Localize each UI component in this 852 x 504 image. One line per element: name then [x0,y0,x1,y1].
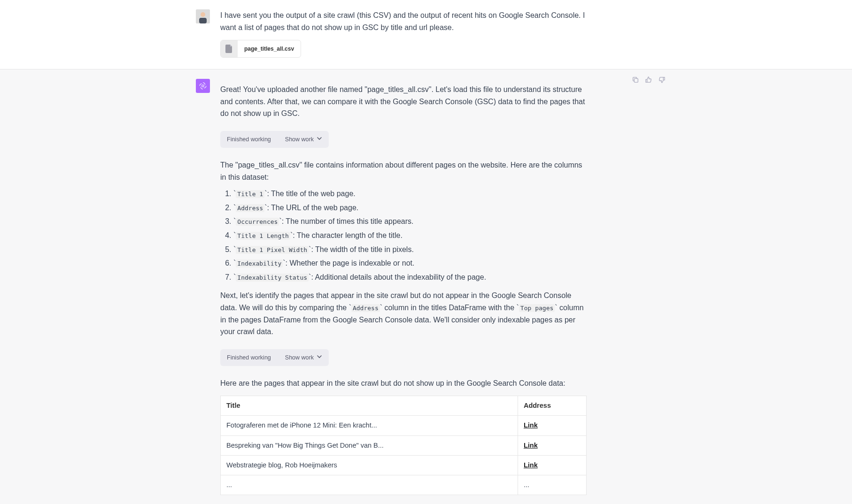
table-header-title: Title [221,396,518,416]
result-link[interactable]: Link [524,442,538,449]
user-avatar [196,9,210,23]
user-message-row: I have sent you the output of a site cra… [0,0,852,69]
table-row: ... ... [221,475,587,495]
message-actions [632,75,666,87]
list-item: `Occurrences`: The number of times this … [233,215,587,228]
result-link[interactable]: Link [524,461,538,469]
table-row: Bespreking van "How Big Things Get Done"… [221,435,587,455]
attachment-chip[interactable]: page_titles_all.csv [220,40,301,58]
svg-rect-4 [634,79,638,83]
table-header-address: Address [518,396,586,416]
show-work-toggle[interactable]: Show work [285,135,322,144]
results-table: Title Address Fotograferen met de iPhone… [220,396,587,495]
list-item: `Address`: The URL of the web page. [233,202,587,214]
work-status-label: Finished working [227,353,271,362]
copy-button[interactable] [632,75,639,87]
list-item: `Title 1`: The title of the web page. [233,188,587,200]
attachment-filename: page_titles_all.csv [238,45,301,53]
columns-list: `Title 1`: The title of the web page. `A… [220,188,587,283]
assistant-intro: Great! You've uploaded another file name… [220,84,587,120]
thumbs-down-button[interactable] [658,75,666,87]
show-work-toggle[interactable]: Show work [285,353,322,362]
svg-point-3 [202,85,204,87]
chevron-down-icon [317,135,322,144]
table-intro: Here are the pages that appear in the si… [220,377,587,389]
result-link[interactable]: Link [524,421,538,429]
table-row: Webstrategie blog, Rob Hoeijmakers Link [221,455,587,475]
file-icon [221,40,238,57]
columns-intro: The "page_titles_all.csv" file contains … [220,159,587,183]
code-status-block: Finished working Show work [220,349,329,366]
code-status-block: Finished working Show work [220,131,329,148]
user-message-text: I have sent you the output of a site cra… [220,9,587,33]
assistant-message-row: Great! You've uploaded another file name… [0,69,852,504]
list-item: `Title 1 Pixel Width`: The width of the … [233,244,587,256]
list-item: `Indexability Status`: Additional detail… [233,271,587,283]
thumbs-up-button[interactable] [645,75,652,87]
list-item: `Indexability`: Whether the page is inde… [233,257,587,269]
list-item: `Title 1 Length`: The character length o… [233,229,587,242]
chevron-down-icon [317,353,322,362]
svg-rect-2 [199,18,207,23]
next-step-paragraph: Next, let's identify the pages that appe… [220,290,587,337]
svg-point-1 [201,12,205,17]
work-status-label: Finished working [227,135,271,144]
table-row: Fotograferen met de iPhone 12 Mini: Een … [221,416,587,435]
assistant-avatar [196,79,210,93]
